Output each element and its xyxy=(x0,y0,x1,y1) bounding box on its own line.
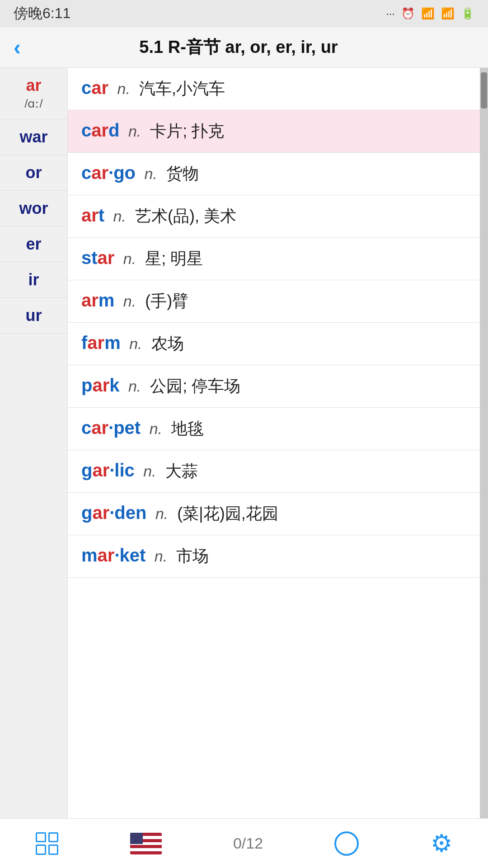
scrollbar-thumb xyxy=(481,72,487,108)
signal-icon: 📶 xyxy=(441,7,455,20)
sidebar-label-ir: ir xyxy=(28,270,39,289)
sidebar-label-war: war xyxy=(19,127,47,146)
sidebar-item-or[interactable]: or xyxy=(0,155,67,191)
table-row[interactable]: art n. 艺术(品), 美术 xyxy=(68,195,488,238)
word-pos: n. xyxy=(145,420,162,438)
nav-item-grid[interactable] xyxy=(36,832,58,855)
word-meaning: 大蒜 xyxy=(161,460,198,482)
word-meaning: 公园; 停车场 xyxy=(145,375,240,397)
table-row[interactable]: car·go n. 货物 xyxy=(68,153,488,195)
table-row[interactable]: star n. 星; 明星 xyxy=(68,238,488,280)
word-meaning: 地毯 xyxy=(167,418,204,440)
word-park: park xyxy=(81,375,120,396)
table-row[interactable]: car·pet n. 地毯 xyxy=(68,408,488,450)
word-meaning: 汽车,小汽车 xyxy=(135,78,225,100)
word-garlic: gar·lic xyxy=(81,460,135,481)
word-meaning: 市场 xyxy=(172,545,209,567)
word-list: car n. 汽车,小汽车 card n. 卡片; 扑克 car·go n. 货… xyxy=(68,68,488,818)
main-content: ar /ɑː/ war or wor er ir ur car n. 汽车,小汽 xyxy=(0,68,488,818)
word-meaning: 农场 xyxy=(147,333,184,355)
sidebar-item-ir[interactable]: ir xyxy=(0,262,67,298)
sidebar-label-or: or xyxy=(26,163,42,182)
sidebar-item-wor[interactable]: wor xyxy=(0,191,67,226)
word-pos: n. xyxy=(151,505,168,523)
status-icons: ··· ⏰ 📶 📶 🔋 xyxy=(386,7,474,20)
word-garden: gar·den xyxy=(81,503,146,523)
table-row[interactable]: gar·lic n. 大蒜 xyxy=(68,450,488,493)
gear-icon: ⚙ xyxy=(431,829,452,858)
word-market: mar·ket xyxy=(81,545,145,566)
status-bar: 傍晚6:11 ··· ⏰ 📶 📶 🔋 xyxy=(0,0,488,27)
grid-icon xyxy=(36,832,58,855)
ellipsis-icon: ··· xyxy=(386,7,395,20)
counter-display: 0/12 xyxy=(233,835,263,852)
word-meaning: (手)臂 xyxy=(141,290,188,312)
word-pos: n. xyxy=(109,208,126,225)
word-car: car xyxy=(81,78,108,98)
nav-item-counter[interactable]: 0/12 xyxy=(233,835,263,852)
battery-icon: 🔋 xyxy=(461,7,474,20)
sidebar-item-ar[interactable]: ar /ɑː/ xyxy=(0,68,67,119)
nav-item-settings[interactable]: ⚙ xyxy=(431,829,452,858)
word-meaning: 货物 xyxy=(162,163,199,185)
word-pos: n. xyxy=(119,292,136,310)
sidebar: ar /ɑː/ war or wor er ir ur xyxy=(0,68,68,818)
sidebar-item-er[interactable]: er xyxy=(0,226,67,262)
word-pos: n. xyxy=(139,462,156,480)
scrollbar[interactable] xyxy=(480,68,488,818)
word-pos: n. xyxy=(124,377,141,395)
word-meaning: 艺术(品), 美术 xyxy=(131,205,236,227)
word-art: art xyxy=(81,205,104,226)
word-carpet: car·pet xyxy=(81,418,141,438)
word-arm: arm xyxy=(81,290,114,311)
word-meaning: 星; 明星 xyxy=(141,248,203,270)
table-row[interactable]: mar·ket n. 市场 xyxy=(68,535,488,578)
word-meaning: 卡片; 扑克 xyxy=(145,120,224,142)
header: ‹ 5.1 R-音节 ar, or, er, ir, ur xyxy=(0,27,488,68)
word-pos: n. xyxy=(125,335,142,353)
word-pos: n. xyxy=(124,123,141,140)
word-meaning: (菜|花)园,花园 xyxy=(173,503,278,525)
circle-icon xyxy=(334,831,359,856)
word-star: star xyxy=(81,248,114,268)
word-pos: n. xyxy=(113,80,130,98)
table-row[interactable]: card n. 卡片; 扑克 xyxy=(68,110,488,153)
alarm-icon: ⏰ xyxy=(401,7,415,20)
table-row[interactable]: car n. 汽车,小汽车 xyxy=(68,68,488,110)
sidebar-label-wor: wor xyxy=(19,199,48,218)
word-pos: n. xyxy=(150,547,167,565)
sidebar-phonetic-ar: /ɑː/ xyxy=(24,97,42,111)
nav-item-flag[interactable] xyxy=(130,833,162,854)
word-farm: farm xyxy=(81,333,121,353)
nav-item-circle[interactable] xyxy=(334,831,359,856)
word-pos: n. xyxy=(119,250,136,268)
sidebar-label-er: er xyxy=(26,235,41,254)
word-card: card xyxy=(81,120,120,141)
status-time: 傍晚6:11 xyxy=(14,4,70,24)
back-button[interactable]: ‹ xyxy=(14,35,21,60)
word-pos: n. xyxy=(140,165,157,183)
sidebar-item-ur[interactable]: ur xyxy=(0,298,67,334)
flag-icon xyxy=(130,833,162,854)
sidebar-label-ur: ur xyxy=(26,306,42,325)
sidebar-label-ar: ar xyxy=(26,76,41,95)
wifi-icon: 📶 xyxy=(421,7,435,20)
table-row[interactable]: gar·den n. (菜|花)园,花园 xyxy=(68,493,488,535)
table-row[interactable]: farm n. 农场 xyxy=(68,323,488,365)
table-row[interactable]: arm n. (手)臂 xyxy=(68,280,488,323)
table-row[interactable]: park n. 公园; 停车场 xyxy=(68,365,488,408)
page-title: 5.1 R-音节 ar, or, er, ir, ur xyxy=(30,36,447,59)
word-cargo: car·go xyxy=(81,163,136,183)
sidebar-item-war[interactable]: war xyxy=(0,119,67,155)
bottom-nav: 0/12 ⚙ xyxy=(0,818,488,868)
